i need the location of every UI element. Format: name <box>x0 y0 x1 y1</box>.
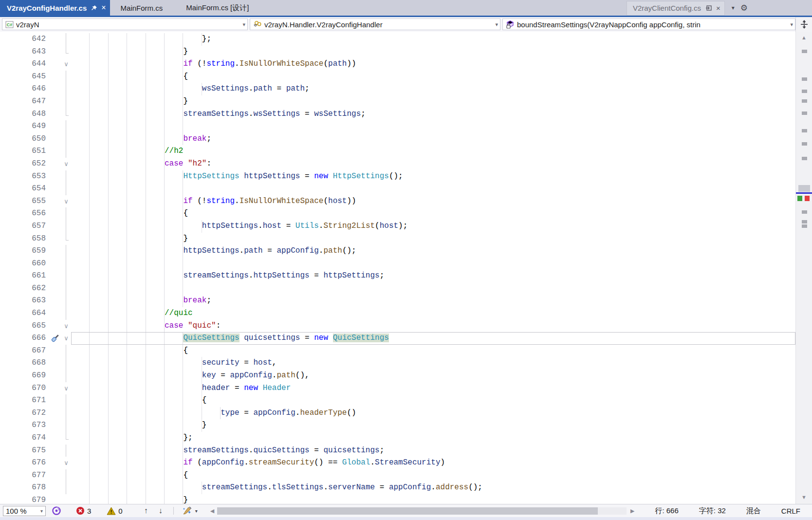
line-number[interactable]: 642 <box>0 33 49 46</box>
line-number[interactable]: 648 <box>0 108 49 121</box>
code-line[interactable]: 678streamSettings.tlsSettings.serverName… <box>0 482 795 494</box>
line-number[interactable]: 668 <box>0 357 49 370</box>
code-text[interactable]: { <box>71 345 795 357</box>
type-dropdown[interactable]: v2rayN.Handler.V2rayConfigHandler ▾ <box>250 19 500 30</box>
code-line[interactable]: 670∨header = new Header <box>0 382 795 395</box>
tab-v2rayclientconfig-provisional[interactable]: V2rayClientConfig.cs × <box>627 1 725 16</box>
code-line[interactable]: 662 <box>0 282 795 295</box>
line-number[interactable]: 649 <box>0 120 49 133</box>
code-line[interactable]: 676∨if (appConfig.streamSecurity() == Gl… <box>0 457 795 469</box>
quick-actions-margin[interactable] <box>49 332 61 345</box>
code-text[interactable]: type = appConfig.headerType() <box>71 407 795 420</box>
code-line[interactable]: 669key = appConfig.path(), <box>0 370 795 382</box>
code-line[interactable]: 663break; <box>0 295 795 307</box>
vertical-scrollbar[interactable]: ▲ ▼ <box>795 32 812 504</box>
collapse-chevron-icon[interactable]: ∨ <box>61 158 71 170</box>
code-line[interactable]: 667{ <box>0 345 795 357</box>
line-number[interactable]: 653 <box>0 170 49 183</box>
tab-v2rayconfighandler[interactable]: V2rayConfigHandler.cs × <box>0 0 110 16</box>
code-line[interactable]: 650break; <box>0 133 795 146</box>
code-line[interactable]: 672type = appConfig.headerType() <box>0 407 795 420</box>
code-line[interactable]: 668security = host, <box>0 357 795 370</box>
code-line[interactable]: 664//quic <box>0 307 795 320</box>
scroll-up-icon[interactable]: ▲ <box>796 35 812 40</box>
code-line[interactable]: 652∨case "h2": <box>0 158 795 170</box>
code-text[interactable] <box>71 120 795 133</box>
line-number[interactable]: 672 <box>0 407 49 420</box>
code-line[interactable]: 671{ <box>0 394 795 407</box>
line-number[interactable]: 652 <box>0 158 49 170</box>
code-text[interactable]: key = appConfig.path(), <box>71 370 795 382</box>
line-number[interactable]: 654 <box>0 183 49 195</box>
code-text[interactable]: } <box>71 419 795 432</box>
code-text[interactable]: } <box>71 95 795 108</box>
line-number[interactable]: 646 <box>0 83 49 95</box>
line-number[interactable]: 679 <box>0 494 49 504</box>
code-line[interactable]: 645{ <box>0 71 795 83</box>
warning-icon[interactable] <box>107 507 116 515</box>
chevron-down-icon[interactable]: ▾ <box>195 508 198 514</box>
code-line[interactable]: 665∨case "quic": <box>0 320 795 333</box>
line-number[interactable]: 657 <box>0 220 49 233</box>
code-text[interactable]: { <box>71 207 795 220</box>
code-text[interactable]: streamSettings.tlsSettings.serverName = … <box>71 482 795 494</box>
code-text[interactable]: streamSettings.wsSettings = wsSettings; <box>71 108 795 121</box>
collapse-chevron-icon[interactable]: ∨ <box>61 320 71 333</box>
code-line[interactable]: 648streamSettings.wsSettings = wsSetting… <box>0 108 795 121</box>
line-number[interactable]: 666 <box>0 332 49 345</box>
code-line[interactable]: 642}; <box>0 33 795 46</box>
code-text[interactable]: } <box>71 46 795 58</box>
code-text[interactable]: streamSettings.httpSettings = httpSettin… <box>71 270 795 282</box>
code-text[interactable]: }; <box>71 432 795 445</box>
code-line[interactable]: 651//h2 <box>0 145 795 158</box>
code-text[interactable]: httpSettings.host = Utils.String2List(ho… <box>71 220 795 233</box>
code-line[interactable]: 673} <box>0 419 795 432</box>
line-number[interactable]: 658 <box>0 233 49 245</box>
code-line[interactable]: 659httpSettings.path = appConfig.path(); <box>0 245 795 258</box>
scroll-right-icon[interactable]: ▶ <box>630 508 634 514</box>
zoom-dropdown[interactable]: 100 % ▾ <box>3 506 46 516</box>
pin-icon[interactable] <box>91 5 97 11</box>
code-line[interactable]: 655∨if (!string.IsNullOrWhiteSpace(host)… <box>0 195 795 208</box>
line-number[interactable]: 663 <box>0 295 49 307</box>
keep-open-icon[interactable] <box>705 5 712 11</box>
code-line[interactable]: 647} <box>0 95 795 108</box>
line-number[interactable]: 662 <box>0 282 49 295</box>
code-area[interactable]: 642};643}644∨if (!string.IsNullOrWhiteSp… <box>0 32 795 504</box>
collapse-chevron-icon[interactable]: ∨ <box>61 332 71 345</box>
line-number[interactable]: 650 <box>0 133 49 146</box>
code-text[interactable] <box>71 258 795 270</box>
line-number[interactable]: 670 <box>0 382 49 395</box>
code-text[interactable]: if (appConfig.streamSecurity() == Global… <box>71 457 795 469</box>
close-icon[interactable]: × <box>101 3 106 12</box>
code-text[interactable]: { <box>71 469 795 482</box>
line-number[interactable]: 677 <box>0 469 49 482</box>
code-text[interactable] <box>71 183 795 195</box>
code-line[interactable]: 660 <box>0 258 795 270</box>
code-text[interactable]: case "h2": <box>71 158 795 170</box>
code-line[interactable]: 649 <box>0 120 795 133</box>
tab-mainform-design[interactable]: MainForm.cs [设计] <box>175 0 261 16</box>
code-text[interactable]: HttpSettings httpSettings = new HttpSett… <box>71 170 795 183</box>
code-line[interactable]: 644∨if (!string.IsNullOrWhiteSpace(path)… <box>0 58 795 71</box>
code-text[interactable]: streamSettings.quicSettings = quicsettin… <box>71 445 795 457</box>
split-editor-handle[interactable] <box>795 17 812 32</box>
code-line[interactable]: 654 <box>0 183 795 195</box>
error-icon[interactable] <box>76 506 85 515</box>
code-line[interactable]: 656{ <box>0 207 795 220</box>
project-dropdown[interactable]: C# v2rayN ▾ <box>2 19 248 30</box>
collapse-chevron-icon[interactable]: ∨ <box>61 195 71 208</box>
code-text[interactable]: { <box>71 394 795 407</box>
line-number[interactable]: 651 <box>0 145 49 158</box>
horizontal-scrollbar[interactable] <box>217 507 627 515</box>
code-text[interactable]: }; <box>71 33 795 46</box>
scroll-down-icon[interactable]: ▼ <box>796 494 812 500</box>
collapse-chevron-icon[interactable]: ∨ <box>61 382 71 395</box>
code-text[interactable]: httpSettings.path = appConfig.path(); <box>71 245 795 258</box>
collapse-chevron-icon[interactable]: ∨ <box>61 457 71 469</box>
code-text[interactable]: QuicSettings quicsettings = new QuicSett… <box>71 332 795 345</box>
code-text[interactable]: break; <box>71 295 795 307</box>
line-number[interactable]: 665 <box>0 320 49 333</box>
code-text[interactable]: break; <box>71 133 795 146</box>
horizontal-scrollbar-thumb[interactable] <box>217 507 598 515</box>
